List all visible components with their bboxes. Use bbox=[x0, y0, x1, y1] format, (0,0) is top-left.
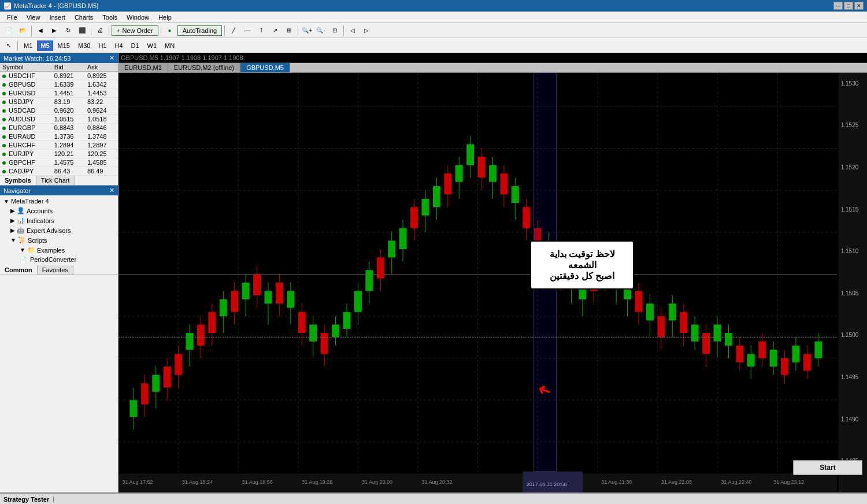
scripts-icon2: 📜 bbox=[18, 236, 26, 244]
market-watch-row[interactable]: USDCAD 0.9620 0.9624 bbox=[0, 106, 118, 115]
menu-charts[interactable]: Charts bbox=[70, 13, 98, 22]
menu-window[interactable]: Window bbox=[122, 13, 154, 22]
minimize-button[interactable]: ─ bbox=[833, 2, 843, 10]
tf-m1[interactable]: M1 bbox=[20, 40, 36, 51]
nav-root[interactable]: ▼ MetaTrader 4 bbox=[1, 197, 117, 206]
nav-period-converter[interactable]: 📄 PeriodConverter bbox=[1, 255, 117, 264]
mw-close-icon[interactable]: ✕ bbox=[109, 54, 114, 62]
tab-tick-chart[interactable]: Tick Chart bbox=[36, 176, 75, 185]
indicator-button[interactable]: ↗ bbox=[269, 24, 281, 37]
svg-rect-91 bbox=[512, 186, 519, 203]
market-watch-row[interactable]: USDJPY 83.19 83.22 bbox=[0, 98, 118, 106]
scroll-right-button[interactable]: ▷ bbox=[360, 24, 373, 37]
start-button[interactable]: Start bbox=[793, 460, 862, 475]
svg-rect-0 bbox=[118, 73, 867, 492]
open-button[interactable]: 📂 bbox=[16, 24, 29, 37]
nav-accounts-icon2: 👤 bbox=[17, 207, 25, 214]
nav-accounts[interactable]: ▶ 👤 Accounts bbox=[1, 206, 117, 216]
chart-tab-eurusd-m2[interactable]: EURUSD,M2 (offline) bbox=[168, 63, 240, 72]
market-watch-row[interactable]: EURCHF 1.2894 1.2897 bbox=[0, 141, 118, 150]
autotrading-button[interactable]: AutoTrading bbox=[177, 25, 223, 36]
close-button[interactable]: ✕ bbox=[854, 2, 864, 10]
stop-button[interactable]: ⬛ bbox=[76, 24, 88, 37]
navigator-tabs: Common Favorites bbox=[0, 265, 118, 275]
menu-file[interactable]: File bbox=[2, 13, 22, 22]
menu-view[interactable]: View bbox=[22, 13, 45, 22]
chart-tab-gbpusd-m5[interactable]: GBPUSD,M5 bbox=[240, 63, 290, 72]
forward-button[interactable]: ▶ bbox=[48, 24, 61, 37]
new-order-button[interactable]: + New Order bbox=[112, 25, 158, 36]
refresh-button[interactable]: ↻ bbox=[62, 24, 75, 37]
tf-w1[interactable]: W1 bbox=[144, 40, 161, 51]
tf-h1[interactable]: H1 bbox=[95, 40, 110, 51]
main-content: Market Watch: 16:24:53 ✕ Symbol Bid Ask … bbox=[0, 53, 867, 492]
maximize-button[interactable]: □ bbox=[844, 2, 853, 10]
symbol-cell: CADJPY bbox=[0, 167, 52, 176]
tf-m15[interactable]: M15 bbox=[54, 40, 73, 51]
market-watch-row[interactable]: EURJPY 120.21 120.25 bbox=[0, 150, 118, 158]
bid-cell: 83.19 bbox=[52, 98, 85, 106]
tab-symbols[interactable]: Symbols bbox=[0, 176, 36, 185]
nav-expert-advisors[interactable]: ▶ 🤖 Expert Advisors bbox=[1, 225, 117, 235]
ea-icon2: 🤖 bbox=[17, 227, 25, 234]
svg-rect-75 bbox=[421, 199, 429, 216]
nav-root-label: MetaTrader 4 bbox=[11, 198, 49, 205]
annotation-box: لاحظ توقيت بداية الشمعه اصبح كل دقيقتين bbox=[530, 240, 634, 290]
market-watch-row[interactable]: EURUSD 1.4451 1.4453 bbox=[0, 89, 118, 98]
menu-tools[interactable]: Tools bbox=[98, 13, 122, 22]
svg-rect-122 bbox=[680, 312, 687, 333]
separator2 bbox=[91, 25, 91, 36]
svg-rect-130 bbox=[725, 333, 732, 346]
tf-mn[interactable]: MN bbox=[161, 40, 178, 51]
tab-common[interactable]: Common bbox=[0, 265, 38, 275]
new-chart-button[interactable]: 📄 bbox=[2, 24, 15, 37]
menu-insert[interactable]: Insert bbox=[45, 13, 70, 22]
market-watch-row[interactable]: AUDUSD 1.0515 1.0518 bbox=[0, 115, 118, 124]
start-button-container: Start bbox=[793, 460, 862, 475]
svg-rect-79 bbox=[444, 173, 451, 194]
price-indicator bbox=[2, 135, 6, 139]
market-watch-row[interactable]: CADJPY 86.43 86.49 bbox=[0, 167, 118, 176]
zoom-out-button[interactable]: 🔍- bbox=[314, 24, 327, 37]
chart-tab-eurusd-m1[interactable]: EURUSD,M1 bbox=[118, 63, 168, 72]
fit-button[interactable]: ⊡ bbox=[328, 24, 341, 37]
price-indicator bbox=[2, 83, 6, 87]
nav-indicators-label: Indicators bbox=[27, 217, 54, 224]
period-sep-button[interactable]: ⊞ bbox=[283, 24, 295, 37]
market-watch-row[interactable]: GBPCHF 1.4575 1.4585 bbox=[0, 158, 118, 167]
market-watch-row[interactable]: USDCHF 0.8921 0.8925 bbox=[0, 72, 118, 80]
svg-text:31 Aug 22:40: 31 Aug 22:40 bbox=[721, 479, 751, 485]
market-watch-row[interactable]: EURGBP 0.8843 0.8846 bbox=[0, 124, 118, 132]
nav-indicators[interactable]: ▶ 📊 Indicators bbox=[1, 216, 117, 225]
nav-examples[interactable]: ▼ 📁 Examples bbox=[1, 245, 117, 255]
tf-m30[interactable]: M30 bbox=[75, 40, 94, 51]
svg-text:31 Aug 20:32: 31 Aug 20:32 bbox=[421, 479, 452, 485]
svg-rect-81 bbox=[455, 165, 463, 182]
bid-cell: 120.21 bbox=[52, 150, 85, 158]
tf-h4[interactable]: H4 bbox=[111, 40, 126, 51]
text-button[interactable]: T bbox=[255, 24, 268, 37]
svg-rect-39 bbox=[220, 299, 227, 316]
back-button[interactable]: ◀ bbox=[34, 24, 47, 37]
col-symbol: Symbol bbox=[0, 63, 52, 72]
market-watch-row[interactable]: EURAUD 1.3736 1.3748 bbox=[0, 132, 118, 141]
svg-rect-73 bbox=[410, 207, 418, 228]
hline-button[interactable]: — bbox=[241, 24, 254, 37]
svg-rect-49 bbox=[276, 283, 283, 303]
line-button[interactable]: ╱ bbox=[227, 24, 240, 37]
nav-close-icon[interactable]: ✕ bbox=[109, 187, 114, 194]
menu-help[interactable]: Help bbox=[154, 13, 176, 22]
nav-scripts[interactable]: ▼ 📜 Scripts bbox=[1, 235, 117, 245]
market-watch-row[interactable]: GBPUSD 1.6339 1.6342 bbox=[0, 80, 118, 89]
zoom-in-button[interactable]: 🔍+ bbox=[301, 24, 313, 37]
bid-cell: 1.4575 bbox=[52, 158, 85, 167]
window-controls: ─ □ ✕ bbox=[833, 2, 864, 10]
navigator-header: Navigator ✕ bbox=[0, 186, 118, 195]
tf-d1[interactable]: D1 bbox=[128, 40, 143, 51]
tab-favorites[interactable]: Favorites bbox=[38, 265, 73, 275]
scroll-left-button[interactable]: ◁ bbox=[346, 24, 359, 37]
print-button[interactable]: 🖨 bbox=[94, 24, 106, 37]
ask-cell: 0.8925 bbox=[85, 72, 118, 80]
cursor-button[interactable]: ↖ bbox=[2, 39, 15, 52]
tf-m5[interactable]: M5 bbox=[37, 40, 53, 51]
